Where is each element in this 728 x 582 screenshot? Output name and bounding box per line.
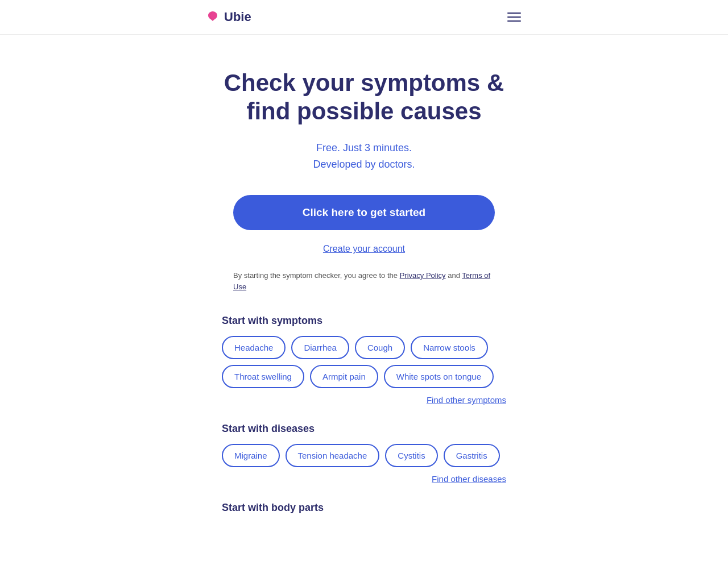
ubie-logo-icon (205, 9, 221, 25)
find-other-symptoms-link[interactable]: Find other symptoms (222, 395, 506, 405)
diseases-tags: Migraine Tension headache Cystitis Gastr… (222, 444, 506, 467)
body-parts-section-title: Start with body parts (222, 502, 506, 514)
disease-migraine[interactable]: Migraine (222, 444, 280, 467)
symptom-armpit-pain[interactable]: Armpit pain (310, 365, 378, 388)
symptoms-tags: Headache Diarrhea Cough Narrow stools Th… (222, 336, 506, 388)
symptom-white-spots-tongue[interactable]: White spots on tongue (384, 365, 494, 388)
hamburger-icon (507, 20, 521, 22)
main-content: Check your symptoms & find possible caus… (205, 35, 523, 537)
create-account-link[interactable]: Create your account (216, 244, 512, 254)
diseases-section: Start with diseases Migraine Tension hea… (222, 423, 506, 484)
symptom-diarrhea[interactable]: Diarrhea (291, 336, 349, 359)
menu-button[interactable] (505, 10, 523, 24)
symptom-cough[interactable]: Cough (355, 336, 405, 359)
symptoms-section-title: Start with symptoms (222, 315, 506, 327)
disease-tension-headache[interactable]: Tension headache (286, 444, 380, 467)
symptoms-section: Start with symptoms Headache Diarrhea Co… (222, 315, 506, 405)
find-other-diseases-link[interactable]: Find other diseases (222, 474, 506, 484)
disease-gastritis[interactable]: Gastritis (444, 444, 500, 467)
disclaimer-text: By starting the symptom checker, you agr… (233, 270, 495, 292)
disease-cystitis[interactable]: Cystitis (385, 444, 437, 467)
hero-title: Check your symptoms & find possible caus… (216, 69, 512, 126)
get-started-button[interactable]: Click here to get started (233, 195, 495, 230)
header: Ubie (0, 0, 728, 35)
symptom-narrow-stools[interactable]: Narrow stools (411, 336, 488, 359)
symptom-headache[interactable]: Headache (222, 336, 286, 359)
diseases-section-title: Start with diseases (222, 423, 506, 435)
hamburger-icon (507, 13, 521, 14)
logo-text: Ubie (224, 10, 251, 24)
symptom-throat-swelling[interactable]: Throat swelling (222, 365, 304, 388)
hero-subtitle: Free. Just 3 minutes. Developed by docto… (216, 140, 512, 173)
hamburger-icon (507, 16, 521, 18)
logo[interactable]: Ubie (205, 9, 251, 25)
privacy-policy-link[interactable]: Privacy Policy (400, 271, 446, 280)
